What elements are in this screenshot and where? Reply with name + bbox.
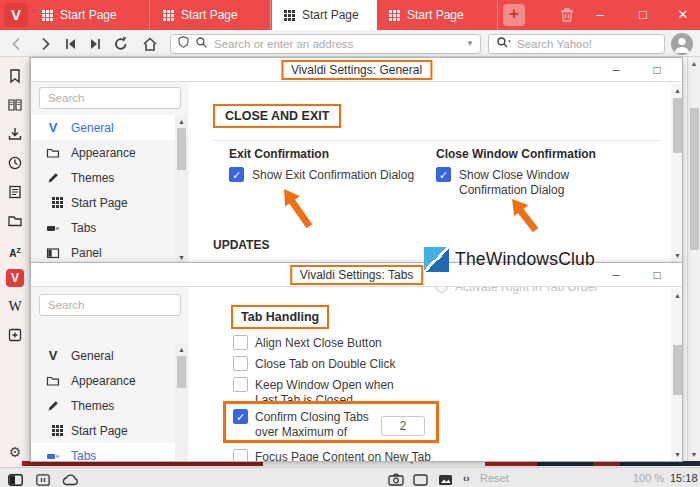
sidebar-item-label: General — [71, 349, 114, 363]
content-scrollbar[interactable]: ▲ ▼ — [671, 84, 683, 262]
scroll-up-icon[interactable]: ▲ — [688, 60, 700, 67]
back-icon[interactable] — [8, 35, 26, 53]
scroll-down-icon[interactable]: ▼ — [688, 451, 700, 458]
scroll-down-icon[interactable]: ▼ — [175, 254, 188, 261]
checkbox-label[interactable]: Align Next Close Button — [255, 336, 382, 351]
sidebar-item-appearance[interactable]: Appearance — [31, 140, 189, 165]
scroll-up-icon[interactable]: ▲ — [671, 87, 683, 94]
closed-tabs-trash-icon[interactable] — [558, 6, 576, 24]
screenshot-area-icon[interactable] — [413, 472, 428, 487]
wikipedia-panel-icon[interactable]: W — [6, 298, 24, 316]
scrollbar-thumb[interactable] — [177, 128, 186, 170]
scrollbar-thumb[interactable] — [673, 98, 682, 153]
tab-start-page-1[interactable]: Start Page — [30, 0, 150, 30]
panel-toggle-icon[interactable] — [8, 472, 23, 487]
bookmarks-icon[interactable] — [6, 68, 24, 86]
page-actions-icon[interactable]: ‹› — [463, 473, 470, 484]
sidebar-item-label: Panel — [71, 246, 102, 260]
maximize-window-button[interactable]: □ — [640, 58, 674, 82]
close-tab-double-click-checkbox[interactable] — [233, 356, 248, 371]
close-window-button[interactable]: ✕ — [681, 263, 683, 287]
home-icon[interactable] — [141, 35, 159, 53]
settings-gear-icon[interactable]: ⚙ — [6, 443, 24, 461]
sidebar-item-appearance[interactable]: Appearance — [31, 368, 189, 393]
sidebar-item-panel[interactable]: Panel — [31, 240, 189, 263]
sidebar-scrollbar[interactable]: ▲ ▼ — [175, 115, 188, 263]
scroll-down-icon[interactable]: ▼ — [671, 451, 683, 458]
vivaldi-panel-icon[interactable]: V — [6, 269, 24, 287]
history-icon[interactable] — [6, 155, 24, 173]
maximize-window-button[interactable]: □ — [640, 263, 674, 287]
settings-window-tabs: Activate Right in Tab Order Vivaldi Sett… — [30, 262, 683, 462]
sidebar-item-general[interactable]: V General — [31, 115, 189, 140]
close-window-button[interactable]: ✕ — [668, 0, 698, 30]
close-window-button[interactable]: ✕ — [681, 58, 683, 82]
reload-icon[interactable] — [112, 35, 130, 53]
sidebar-item-tabs[interactable]: Tabs — [31, 443, 189, 462]
window-panel-icon[interactable] — [6, 213, 24, 231]
show-exit-confirmation-checkbox[interactable]: ✓ — [229, 167, 244, 182]
sidebar-scrollbar[interactable]: ▲ ▼ — [175, 343, 188, 462]
zoom-reset-label[interactable]: Reset — [480, 472, 509, 484]
align-next-close-checkbox[interactable] — [233, 335, 248, 350]
profile-avatar[interactable] — [671, 33, 693, 55]
sidebar-item-themes[interactable]: Themes — [31, 165, 189, 190]
checkbox-label[interactable]: Close Tab on Double Click — [255, 357, 396, 372]
notes-icon[interactable] — [6, 184, 24, 202]
tabs-icon — [46, 221, 60, 235]
sidebar-item-general[interactable]: V General — [31, 343, 189, 368]
vivaldi-menu-button[interactable]: V — [4, 3, 28, 27]
checkbox-label[interactable]: Show Exit Confirmation Dialog — [252, 168, 414, 183]
page-image-toggle-icon[interactable] — [438, 472, 453, 487]
checkbox-label[interactable]: Focus Page Content on New Tab — [255, 450, 431, 462]
page-scrollbar[interactable]: ▲ ▼ — [687, 57, 700, 467]
minimize-window-button[interactable]: – — [599, 58, 633, 82]
sidebar-item-start-page[interactable]: Start Page — [31, 190, 189, 215]
scroll-up-icon[interactable]: ▲ — [175, 346, 188, 353]
tab-label: Start Page — [60, 8, 117, 22]
tab-start-page-4[interactable]: Start Page — [377, 0, 498, 30]
scroll-down-icon[interactable]: ▼ — [671, 252, 683, 259]
title-bar[interactable]: Vivaldi Settings: General – □ ✕ — [31, 58, 682, 82]
sync-cloud-icon[interactable] — [61, 472, 79, 487]
downloads-icon[interactable] — [6, 126, 24, 144]
address-dropdown-icon[interactable]: ▼ — [460, 39, 480, 48]
scroll-up-icon[interactable]: ▲ — [175, 118, 188, 125]
scrollbar-thumb[interactable] — [673, 345, 682, 395]
clock: 15:18 — [670, 472, 698, 484]
minimize-window-button[interactable]: – — [599, 263, 633, 287]
minimize-window-button[interactable]: – — [585, 0, 615, 30]
search-engine-icon[interactable] — [489, 35, 512, 53]
watermark: TheWindowsClub — [424, 247, 595, 272]
settings-search-input[interactable] — [39, 87, 181, 109]
scrollbar-thumb[interactable] — [690, 108, 699, 250]
tab-start-page-3-active[interactable]: Start Page — [272, 0, 377, 30]
translate-icon[interactable]: AZ — [6, 242, 24, 260]
scroll-up-icon[interactable]: ▲ — [671, 292, 683, 299]
url-field[interactable]: ▼ — [170, 34, 481, 54]
tiling-icon[interactable] — [36, 472, 50, 487]
scrollbar-thumb[interactable] — [177, 356, 186, 388]
web-search-field[interactable]: ▼ — [488, 34, 665, 54]
sidebar-item-start-page[interactable]: Start Page — [31, 418, 189, 443]
address-input[interactable] — [214, 38, 460, 50]
settings-search-input[interactable] — [39, 294, 181, 316]
sidebar-item-tabs[interactable]: Tabs — [31, 215, 189, 240]
sidebar-item-themes[interactable]: Themes — [31, 393, 189, 418]
maximize-window-button[interactable]: □ — [628, 0, 658, 30]
forward-icon[interactable] — [36, 35, 54, 53]
fast-forward-icon[interactable] — [86, 35, 104, 53]
add-web-panel-icon[interactable] — [6, 327, 24, 345]
new-tab-button[interactable]: + — [503, 4, 525, 26]
reading-list-icon[interactable] — [6, 97, 24, 115]
keep-window-open-checkbox[interactable] — [233, 377, 248, 392]
show-close-window-confirmation-checkbox[interactable]: ✓ — [436, 167, 451, 182]
tab-start-page-2[interactable]: Start Page — [151, 0, 271, 30]
capture-page-icon[interactable] — [388, 472, 404, 487]
shield-icon[interactable] — [171, 35, 190, 53]
checkbox-label[interactable]: Show Close Window Confirmation Dialog — [459, 168, 599, 198]
focus-page-content-checkbox[interactable] — [233, 449, 248, 462]
content-scrollbar[interactable]: ▲ ▼ — [671, 289, 683, 461]
search-input[interactable] — [512, 38, 671, 50]
rewind-icon[interactable] — [62, 35, 80, 53]
